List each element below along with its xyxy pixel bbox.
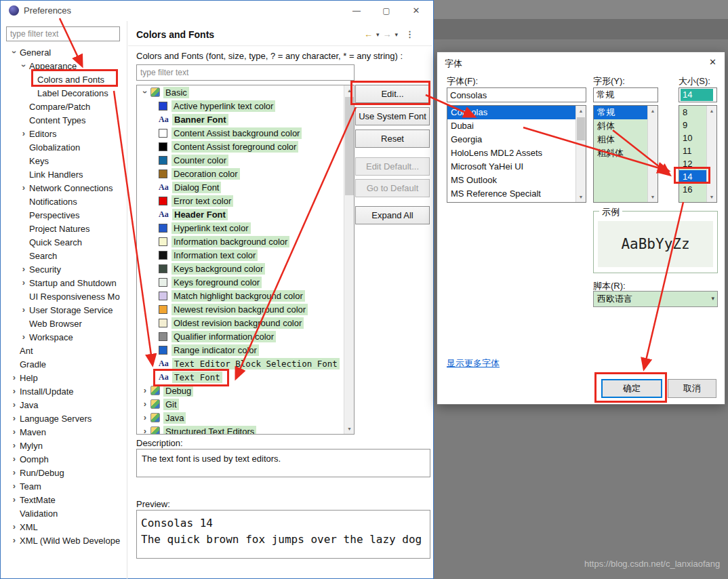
style-list-scrollbar[interactable]: ▲ ▼ bbox=[647, 106, 658, 202]
sidebar-item-label-decorations[interactable]: Label Decorations bbox=[1, 86, 127, 100]
dialog-close-button[interactable]: ✕ bbox=[709, 57, 716, 67]
scroll-up-icon[interactable]: ▲ bbox=[707, 106, 716, 116]
chevron-right-icon[interactable] bbox=[18, 277, 29, 288]
chevron-right-icon[interactable] bbox=[9, 399, 20, 410]
maximize-button[interactable]: ▢ bbox=[372, 1, 401, 21]
chevron-down-icon[interactable] bbox=[9, 47, 20, 58]
chevron-right-icon[interactable] bbox=[140, 399, 150, 410]
show-more-fonts-link[interactable]: 显示更多字体 bbox=[447, 357, 500, 370]
chevron-right-icon[interactable] bbox=[9, 481, 20, 492]
chevron-down-icon[interactable] bbox=[140, 87, 150, 98]
back-icon[interactable]: ← bbox=[364, 29, 373, 39]
tree-item[interactable]: Oldest revision background color bbox=[137, 316, 354, 330]
tree-item[interactable]: Keys foreground color bbox=[137, 275, 354, 289]
font-list-scrollbar[interactable]: ▲ ▼ bbox=[575, 106, 586, 202]
tree-category-basic[interactable]: Basic bbox=[137, 85, 354, 99]
tree-category-structured-text-editors[interactable]: Structured Text Editors bbox=[137, 424, 354, 435]
sidebar-item-oomph[interactable]: Oomph bbox=[1, 452, 127, 466]
chevron-right-icon[interactable] bbox=[18, 264, 29, 275]
sidebar-item-notifications[interactable]: Notifications bbox=[1, 195, 127, 208]
tree-item[interactable]: Content Assist foreground color bbox=[137, 140, 354, 153]
scroll-down-icon[interactable]: ▼ bbox=[707, 192, 716, 202]
tree-item-text-font[interactable]: AaText Font bbox=[137, 370, 354, 384]
tree-item[interactable]: AaText Editor Block Selection Font bbox=[137, 357, 354, 370]
sidebar-item-maven[interactable]: Maven bbox=[1, 425, 127, 439]
sidebar-item-language-servers[interactable]: Language Servers bbox=[1, 412, 127, 425]
sidebar-item-mylyn[interactable]: Mylyn bbox=[1, 439, 127, 452]
sidebar-item-general[interactable]: General bbox=[1, 45, 127, 59]
sidebar-item-compare-patch[interactable]: Compare/Patch bbox=[1, 100, 127, 113]
sidebar-item-link-handlers[interactable]: Link Handlers bbox=[1, 167, 127, 181]
sidebar-item-java[interactable]: Java bbox=[1, 398, 127, 412]
forward-dropdown-icon[interactable]: ▾ bbox=[395, 31, 399, 38]
sidebar-item-install-update[interactable]: Install/Update bbox=[1, 384, 127, 398]
close-button[interactable]: ✕ bbox=[402, 1, 430, 21]
sidebar-item-editors[interactable]: Editors bbox=[1, 127, 127, 140]
chevron-right-icon[interactable] bbox=[9, 467, 20, 478]
chevron-right-icon[interactable] bbox=[18, 128, 29, 139]
tree-category-java[interactable]: Java bbox=[137, 411, 354, 424]
tree-item[interactable]: Range indicator color bbox=[137, 343, 354, 357]
sidebar-item-validation[interactable]: Validation bbox=[1, 506, 127, 520]
scroll-down-icon[interactable]: ▼ bbox=[344, 424, 355, 434]
tree-item[interactable]: Decoration color bbox=[137, 167, 354, 180]
tree-item[interactable]: Counter color bbox=[137, 153, 354, 167]
sidebar-item-project-natures[interactable]: Project Natures bbox=[1, 222, 127, 235]
sidebar-item-user-storage-service[interactable]: User Storage Service bbox=[1, 303, 127, 317]
ok-button[interactable]: 确定 bbox=[601, 379, 662, 398]
font-option[interactable]: Microsoft YaHei UI bbox=[447, 160, 586, 174]
chevron-right-icon[interactable] bbox=[18, 182, 29, 193]
sidebar-item-ant[interactable]: Ant bbox=[1, 344, 127, 357]
chevron-right-icon[interactable] bbox=[9, 494, 20, 505]
font-option[interactable]: Georgia bbox=[447, 133, 586, 146]
edit-button[interactable]: Edit... bbox=[355, 85, 430, 103]
sidebar-item-help[interactable]: Help bbox=[1, 371, 127, 384]
sidebar-filter-input[interactable] bbox=[6, 26, 120, 41]
chevron-right-icon[interactable] bbox=[140, 412, 150, 423]
font-style-input[interactable] bbox=[593, 87, 658, 102]
chevron-right-icon[interactable] bbox=[9, 426, 20, 437]
sidebar-item-run-debug[interactable]: Run/Debug bbox=[1, 466, 127, 479]
chevron-right-icon[interactable] bbox=[140, 426, 150, 435]
font-option[interactable]: Dubai bbox=[447, 119, 586, 133]
tree-item[interactable]: Keys background color bbox=[137, 262, 354, 275]
font-option[interactable]: Consolas bbox=[447, 106, 586, 119]
tree-category-debug[interactable]: Debug bbox=[137, 384, 354, 397]
sidebar-item-workspace[interactable]: Workspace bbox=[1, 330, 127, 344]
list-scrollbar[interactable]: ▲ ▼ bbox=[344, 85, 354, 434]
use-system-font-button[interactable]: Use System Font bbox=[355, 107, 430, 125]
size-list-scrollbar[interactable]: ▲ ▼ bbox=[706, 106, 716, 202]
sidebar-item-ui-responsiveness[interactable]: UI Responsiveness Mo bbox=[1, 290, 127, 303]
chevron-right-icon[interactable] bbox=[9, 386, 20, 397]
chevron-right-icon[interactable] bbox=[9, 413, 20, 424]
sidebar-item-xml[interactable]: XML bbox=[1, 520, 127, 534]
script-dropdown[interactable]: 西欧语言 ▾ bbox=[593, 291, 718, 307]
tree-item[interactable]: Error text color bbox=[137, 194, 354, 207]
sidebar-item-keys[interactable]: Keys bbox=[1, 154, 127, 167]
font-option[interactable]: HoloLens MDL2 Assets bbox=[447, 146, 586, 160]
forward-icon[interactable]: → bbox=[383, 29, 392, 39]
chevron-right-icon[interactable] bbox=[18, 332, 29, 342]
chevron-right-icon[interactable] bbox=[9, 535, 20, 546]
tree-item[interactable]: AaHeader Font bbox=[137, 207, 354, 221]
tree-item[interactable]: Information background color bbox=[137, 235, 354, 248]
sidebar-item-colors-and-fonts[interactable]: Colors and Fonts bbox=[1, 73, 127, 86]
tree-item[interactable]: Active hyperlink text color bbox=[137, 99, 354, 113]
sidebar-item-content-types[interactable]: Content Types bbox=[1, 113, 127, 127]
sidebar-item-web-browser[interactable]: Web Browser bbox=[1, 317, 127, 330]
sidebar-item-appearance[interactable]: Appearance bbox=[1, 59, 127, 73]
sidebar-item-gradle[interactable]: Gradle bbox=[1, 357, 127, 371]
tree-item[interactable]: Content Assist background color bbox=[137, 126, 354, 140]
tree-item[interactable]: AaBanner Font bbox=[137, 113, 354, 126]
scroll-up-icon[interactable]: ▲ bbox=[344, 85, 355, 96]
font-size-input[interactable]: 14 bbox=[679, 87, 717, 102]
tree-item[interactable]: Hyperlink text color bbox=[137, 221, 354, 235]
tree-item[interactable]: Newest revision background color bbox=[137, 302, 354, 316]
chevron-right-icon[interactable] bbox=[9, 521, 20, 532]
scroll-up-icon[interactable]: ▲ bbox=[648, 106, 658, 116]
sidebar-item-perspectives[interactable]: Perspectives bbox=[1, 208, 127, 222]
tree-item[interactable]: Qualifier information color bbox=[137, 330, 354, 343]
tree-category-git[interactable]: Git bbox=[137, 397, 354, 411]
sidebar-item-startup-and-shutdown[interactable]: Startup and Shutdown bbox=[1, 276, 127, 290]
font-name-input[interactable] bbox=[447, 87, 586, 102]
